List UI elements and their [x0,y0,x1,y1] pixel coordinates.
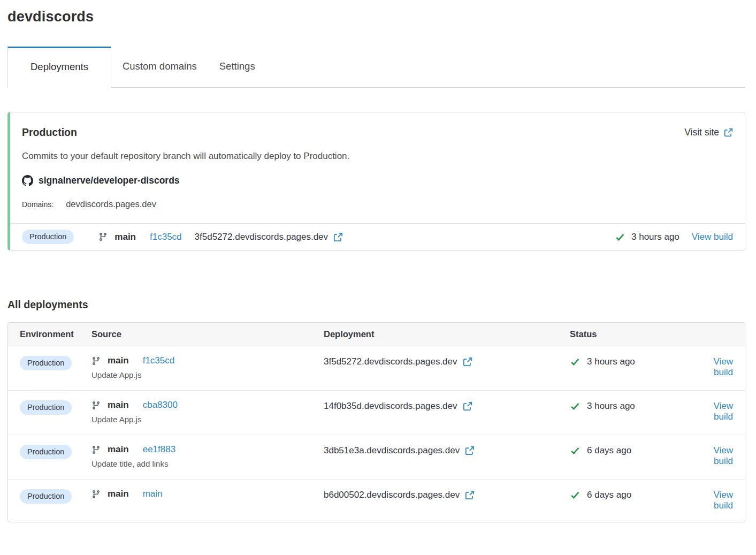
tab-custom-domains[interactable]: Custom domains [111,47,208,87]
deployment-url: 3f5d5272.devdiscords.pages.dev [195,232,329,242]
deployment-url: 14f0b35d.devdiscords.pages.dev [324,401,457,412]
all-deployments-heading: All deployments [7,299,745,311]
environment-badge: Production [20,445,72,459]
commit-link[interactable]: f1c35cd [150,232,182,242]
commit-message: Update App.js [91,415,324,424]
deployment-url: b6d00502.devdiscords.pages.dev [324,490,460,500]
check-icon [570,445,581,456]
deployments-table: Environment Source Deployment Status Pro… [7,322,745,522]
view-build-link[interactable]: View build [713,356,733,377]
deployment-url: 3f5d5272.devdiscords.pages.dev [324,356,457,367]
status-time: 6 days ago [587,445,631,456]
environment-badge: Production [20,489,72,504]
table-row: Production main ee1f883 Update title, ad… [8,435,745,480]
production-card-title: Production [22,126,77,139]
external-link-icon[interactable] [463,357,472,367]
domains-value: devdiscords.pages.dev [66,199,156,209]
check-icon [570,401,581,412]
visit-site-link[interactable]: Visit site [684,127,733,138]
table-row: Production main f1c35cd Update App.js 3f… [8,346,745,391]
github-icon [22,175,33,186]
branch-name: main [108,489,129,499]
column-header-deployment: Deployment [324,329,570,339]
external-link-icon[interactable] [333,232,343,242]
tab-bar: Deployments Custom domains Settings [7,47,745,88]
tab-deployments[interactable]: Deployments [7,47,111,88]
commit-link[interactable]: cba8300 [143,400,178,410]
branch-name: main [108,444,129,455]
check-icon [615,232,625,242]
check-icon [570,356,581,367]
environment-badge: Production [22,230,74,244]
table-row: Production main cba8300 Update App.js 14… [8,391,745,435]
view-build-link[interactable]: View build [713,490,733,511]
git-branch-icon [91,356,101,366]
external-link-icon[interactable] [465,446,475,455]
branch-name: main [114,232,136,242]
git-branch-icon [91,490,101,499]
status-time: 6 days ago [587,490,631,500]
column-header-source: Source [91,329,324,339]
external-link-icon [724,128,733,137]
commit-link[interactable]: ee1f883 [143,444,175,455]
table-row: Production main main b6d00502.devdiscord… [8,480,745,522]
view-build-link[interactable]: View build [692,232,733,242]
commit-link[interactable]: f1c35cd [143,355,175,366]
commit-message: Update title, add links [91,459,324,468]
git-branch-icon [98,232,108,241]
git-branch-icon [91,401,101,410]
deployments-table-body: Production main f1c35cd Update App.js 3f… [8,346,745,522]
production-card: Production Visit site Commits to your de… [7,112,745,250]
environment-badge: Production [20,356,72,370]
tab-settings[interactable]: Settings [208,47,266,87]
repo-name[interactable]: signalnerve/developer-discords [39,175,180,186]
column-header-status: Status [570,329,686,339]
status-time: 3 hours ago [631,232,679,242]
environment-badge: Production [20,400,72,415]
git-branch-icon [91,445,101,454]
commit-message: Update App.js [91,370,324,379]
status-time: 3 hours ago [587,356,635,367]
external-link-icon[interactable] [465,490,475,500]
status-time: 3 hours ago [587,401,635,412]
pages-project-page: devdiscords Deployments Custom domains S… [0,0,756,522]
branch-name: main [108,355,129,366]
page-title: devdiscords [7,9,745,25]
domains-label: Domains: [22,200,54,209]
view-build-link[interactable]: View build [713,445,733,466]
visit-site-label: Visit site [684,127,719,138]
commit-link[interactable]: main [143,489,163,499]
production-deployment-row: Production main f1c35cd 3f5d5272.devdisc… [10,223,745,250]
production-description: Commits to your default repository branc… [22,151,733,162]
external-link-icon[interactable] [463,401,472,411]
view-build-link[interactable]: View build [713,401,733,422]
deployments-table-header: Environment Source Deployment Status [8,323,745,346]
check-icon [570,490,581,500]
branch-name: main [108,400,129,410]
deployment-url: 3db51e3a.devdiscords.pages.dev [324,445,460,456]
column-header-environment: Environment [20,329,91,339]
